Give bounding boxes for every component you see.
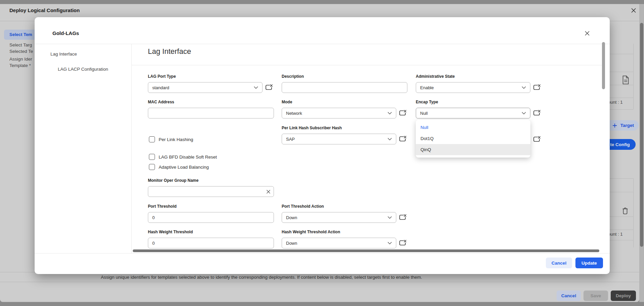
port-threshold-action-select[interactable]: Down: [282, 212, 396, 223]
field-label: Encap Type: [416, 100, 541, 104]
chevron-down-icon: [254, 86, 258, 89]
sidebar-item-selected-te[interactable]: Selected Te: [9, 49, 33, 54]
count-label: ount : 1: [608, 100, 622, 105]
chevron-down-icon: [388, 242, 392, 244]
encap-type-dropdown-menu: Null Dot1Q QinQ: [416, 120, 530, 158]
gold-lags-modal: Gold-LAGs Lag Interface LAG LACP Configu…: [35, 17, 610, 274]
dropdown-option-qinq[interactable]: QinQ: [416, 144, 530, 155]
select-value: Enable: [420, 85, 522, 90]
field-label: Description: [282, 74, 407, 79]
field-label: Port Threshold Action: [282, 204, 407, 209]
field-port-threshold-action: Port Threshold Action Down: [282, 204, 407, 223]
count-label: ount : 1: [608, 232, 622, 237]
clear-override-icon[interactable]: [533, 136, 541, 143]
field-monitor-oper-group-name: Monitor Oper Group Name: [148, 178, 274, 197]
divider: [35, 44, 610, 44]
field-label: LAG Port Type: [148, 74, 273, 79]
encap-type-select[interactable]: Null: [416, 108, 530, 118]
screen: Deploy Logical Configuration Select Tem …: [0, 0, 644, 306]
modal-update-button[interactable]: Update: [575, 258, 603, 268]
trash-icon[interactable]: [622, 207, 628, 216]
page-scrollbar-track: [639, 4, 644, 302]
field-per-link-hashing: Per Link Hashing: [149, 136, 193, 142]
monitor-oper-group-name-input[interactable]: [148, 186, 274, 197]
mac-address-input[interactable]: [148, 108, 274, 118]
field-encap-type: Encap Type Null: [416, 100, 541, 118]
lag-bfd-disable-soft-reset-checkbox[interactable]: [149, 154, 155, 160]
nav-item-lag-interface[interactable]: Lag Interface: [50, 52, 77, 57]
nav-item-lag-lacp-configuration[interactable]: LAG LACP Configuration: [58, 67, 108, 72]
field-lag-bfd-disable-soft-reset: LAG BFD Disable Soft Reset: [149, 154, 217, 160]
clear-override-icon[interactable]: [533, 84, 541, 91]
select-value: SAP: [286, 137, 388, 142]
document-icon[interactable]: [622, 75, 630, 86]
field-label: Hash Weight Threshold: [148, 230, 274, 234]
clear-override-icon[interactable]: [399, 240, 407, 246]
checkbox-label: Per Link Hashing: [159, 137, 193, 142]
select-value: Down: [286, 241, 388, 246]
field-port-threshold: Port Threshold: [148, 204, 274, 223]
chevron-down-icon: [388, 138, 392, 140]
sidebar-item-assign-identifier[interactable]: Assign Ider: [9, 57, 32, 62]
field-label: Per Link Hash Subscriber Hash: [282, 126, 407, 130]
clear-input-icon[interactable]: [266, 189, 271, 195]
mode-select[interactable]: Network: [282, 108, 396, 118]
sidebar-item-select-target[interactable]: Select Targ: [9, 42, 32, 47]
administrative-state-select[interactable]: Enable: [416, 82, 530, 93]
checkbox-label: LAG BFD Disable Soft Reset: [159, 155, 217, 160]
dropdown-option-dot1q[interactable]: Dot1Q: [416, 133, 530, 144]
save-button[interactable]: Save: [583, 291, 608, 301]
field-per-link-hash-subscriber-hash: Per Link Hash Subscriber Hash SAP: [282, 126, 407, 144]
field-label: Monitor Oper Group Name: [148, 178, 274, 183]
divider: [131, 65, 603, 65]
config-button-label: te Config: [610, 142, 630, 147]
adaptive-load-balancing-checkbox[interactable]: [149, 164, 155, 170]
clear-override-icon[interactable]: [399, 136, 407, 142]
field-label: Mode: [282, 100, 407, 104]
divider: [131, 44, 132, 253]
add-target-label: Target: [620, 123, 634, 128]
field-label: Administrative State: [416, 74, 541, 79]
horizontal-scrollbar[interactable]: [133, 249, 599, 252]
field-mac-address: MAC Address: [148, 100, 274, 118]
close-icon[interactable]: [630, 7, 637, 14]
field-label: MAC Address: [148, 100, 274, 104]
modal-title: Gold-LAGs: [52, 30, 79, 36]
divider: [633, 178, 634, 247]
per-link-hashing-checkbox[interactable]: [149, 136, 155, 142]
field-hash-weight-threshold: Hash Weight Threshold: [148, 230, 274, 248]
field-mode: Mode Network: [282, 100, 407, 118]
clear-override-icon[interactable]: [399, 214, 407, 221]
hash-weight-threshold-input[interactable]: [148, 238, 274, 248]
chevron-down-icon: [388, 112, 392, 114]
per-link-hash-subscriber-hash-select[interactable]: SAP: [282, 134, 396, 144]
hash-weight-threshold-action-select[interactable]: Down: [282, 238, 396, 248]
sidebar-item-label: Select Tem: [9, 32, 32, 37]
clear-override-icon[interactable]: [533, 110, 541, 116]
vertical-scrollbar[interactable]: [602, 42, 605, 89]
sidebar-item-template[interactable]: Template *: [9, 63, 31, 68]
cancel-button[interactable]: Cancel: [557, 291, 581, 301]
field-label: Port Threshold: [148, 204, 274, 209]
field-hash-weight-threshold-action: Hash Weight Threshold Action Down: [282, 230, 407, 248]
field-lag-port-type: LAG Port Type standard: [148, 74, 273, 93]
description-input[interactable]: [282, 82, 407, 93]
close-icon[interactable]: [584, 30, 591, 37]
field-adaptive-load-balancing: Adaptive Load Balancing: [149, 164, 209, 170]
plus-icon: [612, 123, 617, 128]
lag-port-type-select[interactable]: standard: [148, 82, 263, 93]
select-value: Null: [420, 111, 522, 116]
deploy-dialog-title: Deploy Logical Configuration: [9, 7, 80, 13]
select-value: Network: [286, 111, 388, 116]
modal-cancel-button[interactable]: Cancel: [546, 258, 572, 268]
deploy-button[interactable]: Deploy: [611, 291, 636, 301]
port-threshold-input[interactable]: [148, 212, 274, 223]
chevron-down-icon: [522, 86, 526, 89]
page-scrollbar[interactable]: [640, 23, 643, 247]
clear-override-icon[interactable]: [399, 110, 407, 116]
dropdown-option-null[interactable]: Null: [416, 122, 530, 133]
field-administrative-state: Administrative State Enable: [416, 74, 541, 93]
clear-override-icon[interactable]: [265, 84, 273, 91]
footer-note: Assign unique identifiers for templates …: [101, 275, 422, 280]
select-value: Down: [286, 215, 388, 220]
